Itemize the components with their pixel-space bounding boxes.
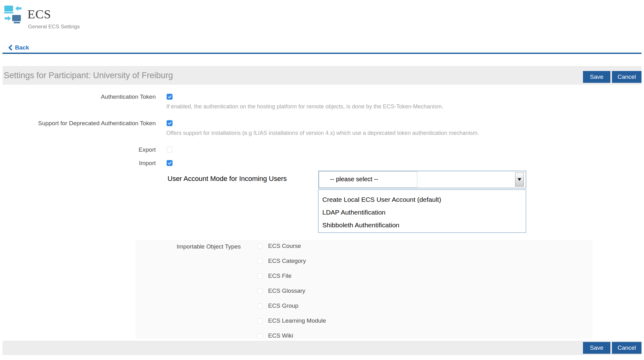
option-ldap-authentification[interactable]: LDAP Authentification — [319, 206, 526, 219]
ecs-glossary-checkbox[interactable] — [258, 288, 263, 294]
form-footer-bar — [2, 341, 642, 355]
option-create-local-ecs-user[interactable]: Create Local ECS User Account (default) — [319, 193, 526, 206]
ecs-file-label: ECS File — [268, 272, 291, 279]
importable-item-row: ECS Group — [258, 302, 298, 309]
checkmark-icon — [168, 162, 172, 165]
importable-item-row: ECS File — [258, 272, 291, 279]
ecs-glossary-label: ECS Glossary — [268, 287, 305, 294]
deprecated-token-checkbox[interactable] — [167, 120, 173, 126]
cancel-button-bottom[interactable]: Cancel — [612, 342, 642, 354]
ecs-learning-module-checkbox[interactable] — [258, 318, 263, 324]
importable-object-types-label: Importable Object Types — [135, 243, 241, 250]
authentication-token-label: Authentication Token — [0, 93, 156, 100]
ecs-logo-icon — [4, 5, 22, 24]
ecs-course-checkbox[interactable] — [258, 244, 263, 249]
user-account-mode-label: User Account Mode for Incoming Users — [168, 175, 287, 183]
import-checkbox[interactable] — [167, 160, 173, 166]
ecs-wiki-label: ECS Wiki — [268, 332, 293, 339]
checkmark-icon — [168, 122, 172, 125]
deprecated-token-description: Offers support for installations (e.g IL… — [166, 130, 479, 136]
importable-object-types-panel: Importable Object Types ECS Course ECS C… — [135, 240, 593, 339]
cancel-button-top[interactable]: Cancel — [612, 71, 642, 83]
ecs-group-label: ECS Group — [268, 302, 298, 309]
dropdown-arrow-button[interactable] — [515, 173, 524, 187]
user-account-mode-options-list: Create Local ECS User Account (default) … — [318, 189, 526, 233]
ecs-file-checkbox[interactable] — [258, 273, 263, 279]
export-label: Export — [0, 146, 156, 153]
authentication-token-description: If enabled, the authentication on the ho… — [166, 103, 443, 110]
ecs-course-label: ECS Course — [268, 243, 301, 249]
deprecated-token-label: Support for Deprecated Authentication To… — [0, 120, 156, 127]
importable-item-row: ECS Wiki — [258, 332, 293, 339]
chevron-down-icon — [518, 178, 521, 181]
importable-item-row: ECS Category — [258, 258, 306, 264]
ecs-settings-page: ECS General ECS Settings Back Settings f… — [0, 0, 644, 360]
back-label: Back — [15, 44, 29, 51]
importable-item-row: ECS Learning Module — [258, 317, 326, 324]
importable-item-row: ECS Course — [258, 243, 301, 249]
authentication-token-checkbox[interactable] — [167, 94, 173, 100]
ecs-learning-module-label: ECS Learning Module — [268, 317, 326, 324]
form-header-bar: Settings for Participant: University of … — [2, 66, 642, 85]
ecs-category-label: ECS Category — [268, 258, 306, 264]
importable-item-row: ECS Glossary — [258, 287, 305, 294]
page-subtitle: General ECS Settings — [28, 24, 80, 30]
page-title: ECS — [27, 7, 51, 21]
ecs-group-checkbox[interactable] — [258, 303, 263, 309]
import-label: Import — [0, 160, 156, 167]
save-button-bottom[interactable]: Save — [583, 342, 610, 354]
export-checkbox[interactable] — [167, 147, 173, 153]
user-account-mode-select[interactable]: -- please select -- — [318, 171, 526, 188]
save-button-top[interactable]: Save — [583, 71, 610, 83]
back-link[interactable]: Back — [8, 44, 29, 51]
chevron-left-icon — [8, 45, 12, 50]
select-selected-value: -- please select -- — [330, 176, 378, 183]
option-shibboleth-authentification[interactable]: Shibboleth Authentification — [319, 219, 526, 231]
ecs-category-checkbox[interactable] — [258, 258, 263, 264]
form-title: Settings for Participant: University of … — [4, 66, 173, 85]
header-divider — [2, 53, 642, 54]
checkmark-icon — [168, 95, 172, 98]
ecs-wiki-checkbox[interactable] — [258, 333, 263, 339]
